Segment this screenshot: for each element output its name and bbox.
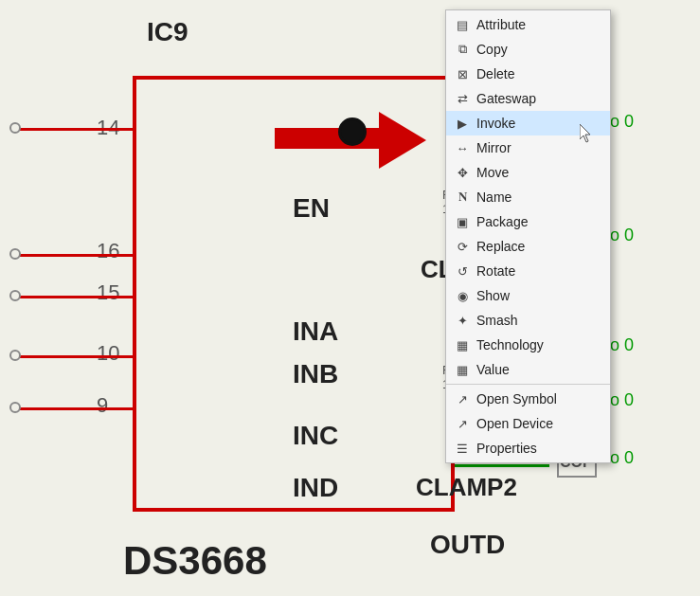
pin-outd-label: OUTD (430, 530, 505, 560)
menu-item-gateswap[interactable]: ⇄Gateswap (446, 86, 610, 111)
wire-circle-9 (9, 402, 21, 413)
pin-num-16: 16 (97, 239, 119, 263)
menu-item-open-device[interactable]: ↗Open Device (446, 411, 610, 436)
menu-item-label: Show (476, 288, 602, 303)
menu-item-label: Move (476, 165, 602, 180)
mouse-cursor (580, 124, 591, 141)
delete-icon: ⊠ (454, 65, 471, 82)
menu-item-properties[interactable]: ☰Properties (446, 436, 610, 461)
wire-circle-14 (9, 122, 21, 134)
pin-num-9: 9 (97, 393, 108, 418)
pin-inc-label: INC (293, 421, 338, 451)
mirror-icon: ↔ (454, 139, 471, 156)
menu-item-label: Delete (476, 66, 602, 81)
menu-item-label: Attribute (476, 17, 602, 32)
show-icon: ◉ (454, 287, 471, 304)
menu-separator (446, 384, 610, 385)
gate-icon: ⇄ (454, 90, 471, 107)
menu-item-label: Gateswap (476, 91, 602, 106)
menu-item-label: Name (476, 190, 602, 205)
rotate-icon: ↺ (454, 262, 471, 280)
menu-item-open-symbol[interactable]: ↗Open Symbol (446, 387, 610, 411)
wire-pin15 (19, 296, 133, 298)
invoke-icon: ▶ (454, 115, 471, 132)
pin-inb-label: INB (293, 359, 338, 389)
menu-item-label: Open Symbol (476, 391, 602, 406)
osym-icon: ↗ (454, 390, 471, 407)
menu-item-label: Copy (476, 42, 602, 57)
props-icon: ☰ (454, 440, 471, 457)
odev-icon: ↗ (454, 415, 471, 432)
wire-circle-15 (9, 290, 21, 301)
menu-item-label: Replace (476, 239, 602, 254)
menu-item-label: Open Device (476, 416, 602, 431)
menu-item-name[interactable]: 𝐍Name (446, 185, 610, 209)
wire-right-5 (455, 464, 549, 467)
svg-marker-0 (580, 124, 590, 142)
menu-item-label: Properties (476, 441, 602, 456)
menu-item-move[interactable]: ✥Move (446, 160, 610, 185)
pin-en-label: EN (293, 193, 330, 224)
ic-subtitle: DS3668 (123, 538, 267, 584)
menu-item-replace[interactable]: ⟳Replace (446, 234, 610, 259)
wire-pin16 (19, 254, 133, 257)
replace-icon: ⟳ (454, 238, 471, 255)
arrow-head (379, 112, 426, 169)
pin-ina-label: INA (293, 316, 338, 347)
wire-pin9 (19, 407, 133, 410)
pin-num-15: 15 (97, 280, 119, 305)
menu-item-label: Value (476, 362, 602, 377)
menu-item-copy[interactable]: ⧉Copy (446, 37, 610, 62)
menu-item-label: Technology (476, 337, 602, 352)
wire-circle-16 (9, 248, 21, 260)
menu-item-delete[interactable]: ⊠Delete (446, 62, 610, 86)
arrow-circle (338, 117, 367, 146)
menu-item-rotate[interactable]: ↺Rotate (446, 259, 610, 283)
tech-icon: ▦ (454, 336, 471, 353)
name-icon: 𝐍 (454, 189, 471, 206)
menu-item-show[interactable]: ◉Show (446, 283, 610, 308)
wire-pin10 (19, 355, 133, 358)
menu-item-label: Package (476, 214, 602, 229)
move-icon: ✥ (454, 164, 471, 181)
menu-item-label: Rotate (476, 263, 602, 279)
value-icon: ▦ (454, 361, 471, 378)
pin-ind-label: IND (293, 473, 338, 503)
pin-num-10: 10 (97, 341, 119, 366)
menu-item-value[interactable]: ▦Value (446, 357, 610, 382)
copy-icon: ⧉ (454, 41, 471, 58)
menu-item-smash[interactable]: ✦Smash (446, 308, 610, 333)
wire-circle-10 (9, 350, 21, 361)
menu-item-attribute[interactable]: ▤Attribute (446, 12, 610, 37)
ic-title: IC9 (147, 17, 188, 47)
menu-item-technology[interactable]: ▦Technology (446, 333, 610, 357)
pkg-icon: ▣ (454, 213, 471, 230)
arrow-shaft (275, 128, 388, 149)
wire-pin14 (19, 128, 133, 131)
smash-icon: ✦ (454, 312, 471, 329)
menu-item-package[interactable]: ▣Package (446, 209, 610, 234)
menu-item-label: Smash (476, 313, 602, 328)
pin-clamp2-label: CLAMP2 (416, 473, 517, 502)
context-menu: ▤Attribute⧉Copy⊠Delete⇄Gateswap▶Invoke↔M… (445, 9, 611, 463)
attr-icon: ▤ (454, 16, 471, 33)
